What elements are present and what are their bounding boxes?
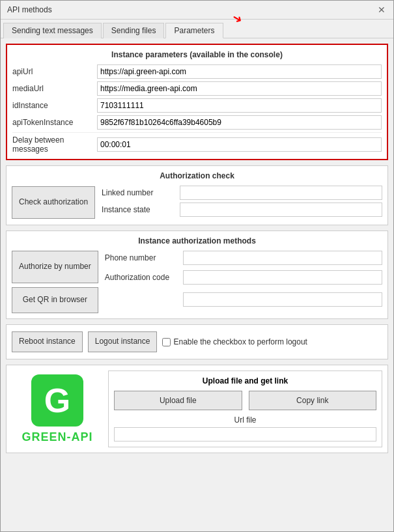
enable-logout-checkbox-label[interactable]: Enable the checkbox to perform logout [162, 337, 307, 346]
api-token-label: apiTokenInstance [12, 118, 97, 127]
reboot-instance-button[interactable]: Reboot instance [12, 331, 83, 352]
upload-section: Upload file and get link Upload file Cop… [108, 371, 382, 447]
auth-code-row: Authorization code [105, 270, 382, 285]
id-instance-row: idInstance [12, 98, 382, 113]
auth-code-input[interactable] [183, 270, 382, 285]
auth-methods-buttons: Authorize by number Get QR in browser [12, 251, 98, 313]
url-file-input[interactable] [114, 427, 376, 441]
instance-state-label: Instance state [102, 205, 180, 214]
bottom-buttons-section: Reboot instance Logout instance Enable t… [6, 324, 388, 359]
phone-number-label: Phone number [105, 253, 183, 262]
linked-number-input[interactable] [180, 186, 382, 200]
close-button[interactable]: ✕ [376, 5, 387, 15]
media-url-label: mediaUrl [12, 84, 97, 93]
auth-check-section: Authorization check Check authorization … [6, 165, 388, 225]
instance-params-title: Instance parameters (available in the co… [12, 50, 382, 59]
get-qr-button[interactable]: Get QR in browser [12, 287, 98, 313]
media-url-row: mediaUrl [12, 81, 382, 96]
upload-title: Upload file and get link [114, 376, 376, 385]
delay-label: Delay between messages [12, 135, 97, 154]
instance-state-input[interactable] [180, 203, 382, 217]
api-url-input[interactable] [97, 64, 382, 79]
api-url-row: apiUrl [12, 64, 382, 79]
upload-buttons: Upload file Copy link [114, 391, 376, 410]
delay-input[interactable] [97, 137, 382, 152]
api-token-row: apiTokenInstance [12, 115, 382, 130]
authorize-by-number-button[interactable]: Authorize by number [12, 251, 98, 283]
tab-parameters[interactable]: Parameters ➜ [165, 23, 223, 38]
enable-logout-checkbox[interactable] [162, 338, 171, 346]
upload-file-button[interactable]: Upload file [114, 391, 242, 410]
auth-methods-content: Authorize by number Get QR in browser Ph… [12, 251, 382, 313]
window-title: API methods [7, 5, 52, 14]
instance-auth-section: Instance authorization methods Authorize… [6, 231, 388, 319]
delay-row: Delay between messages [12, 132, 382, 154]
green-api-logo-icon: G [31, 374, 83, 427]
green-api-section: G GREEN-API Upload file and get link Upl… [6, 365, 388, 453]
media-url-input[interactable] [97, 81, 382, 96]
instance-state-row: Instance state [102, 203, 382, 217]
phone-number-input[interactable] [183, 251, 382, 265]
logout-instance-button[interactable]: Logout instance [88, 331, 158, 352]
api-url-label: apiUrl [12, 67, 97, 76]
check-auth-button[interactable]: Check authorization [12, 186, 95, 219]
auth-check-fields: Linked number Instance state [102, 186, 382, 219]
phone-number-row: Phone number [105, 251, 382, 265]
title-bar: API methods ✕ [1, 1, 393, 20]
linked-number-label: Linked number [102, 188, 180, 197]
api-token-input[interactable] [97, 115, 382, 130]
auth-check-content: Check authorization Linked number Instan… [12, 186, 382, 219]
main-content: Instance parameters (available in the co… [1, 38, 393, 531]
auth-check-title: Authorization check [12, 171, 382, 180]
instance-params-section: Instance parameters (available in the co… [6, 44, 388, 160]
id-instance-input[interactable] [97, 98, 382, 113]
logo-area: G GREEN-API [12, 371, 103, 447]
copy-link-button[interactable]: Copy link [249, 391, 377, 410]
qr-value-input[interactable] [183, 292, 382, 307]
auth-methods-right: Phone number Authorization code [105, 251, 382, 313]
id-instance-label: idInstance [12, 101, 97, 110]
linked-number-row: Linked number [102, 186, 382, 200]
tab-sending-files[interactable]: Sending files [103, 23, 165, 38]
auth-code-label: Authorization code [105, 273, 183, 282]
tab-bar: Sending text messages Sending files Para… [1, 20, 393, 38]
url-file-label: Url file [114, 415, 376, 425]
green-api-logo-text: GREEN-API [21, 430, 92, 444]
instance-auth-title: Instance authorization methods [12, 236, 382, 245]
main-window: API methods ✕ Sending text messages Send… [0, 0, 394, 532]
tab-sending-text[interactable]: Sending text messages [3, 23, 102, 38]
qr-input-row [105, 292, 382, 307]
